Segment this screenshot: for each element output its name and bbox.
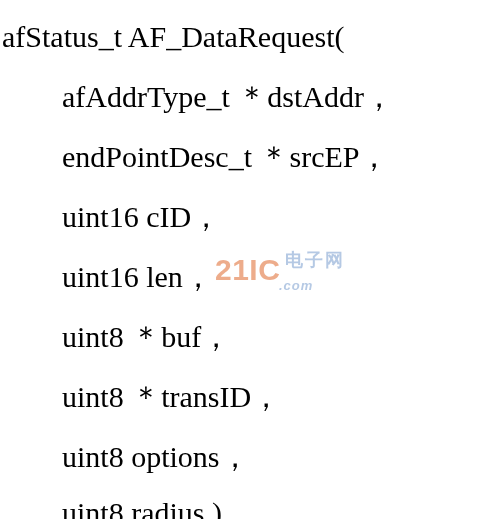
code-line-8: uint8 radius ) (62, 498, 222, 519)
code-line-3: uint16 cID， (62, 202, 221, 232)
code-line-4: uint16 len， (62, 262, 213, 292)
code-line-7: uint8 options， (62, 442, 250, 472)
watermark-brand: 21IC (215, 253, 280, 286)
watermark-cn: 电子网 (285, 250, 345, 270)
code-line-5: uint8 ＊buf， (62, 322, 231, 352)
watermark: 21IC 电子网 .com (215, 255, 349, 292)
watermark-domain: .com (279, 279, 349, 292)
code-line-1: afAddrType_t ＊dstAddr， (62, 82, 394, 112)
code-line-0: afStatus_t AF_DataRequest( (2, 22, 344, 52)
code-snippet-page: 21IC 电子网 .com afStatus_t AF_DataRequest(… (0, 0, 504, 519)
code-line-6: uint8 ＊transID， (62, 382, 281, 412)
code-line-2: endPointDesc_t ＊srcEP， (62, 142, 389, 172)
